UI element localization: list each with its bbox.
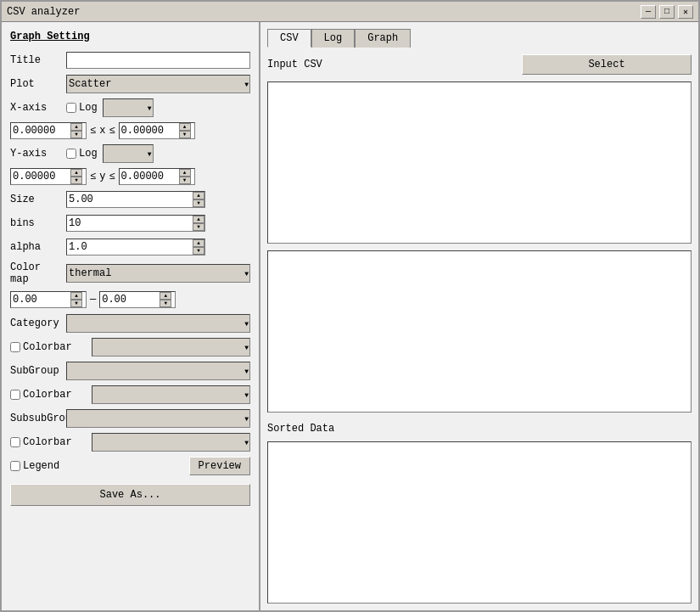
main-window: CSV analyzer — □ ✕ Graph Setting Title P… <box>0 0 700 612</box>
plot-row: Plot Scatter <box>10 75 250 93</box>
xaxis-col-select-wrapper <box>103 98 154 117</box>
alpha-down-btn[interactable]: ▼ <box>193 247 204 255</box>
colorbar3-row: Colorbar <box>10 433 250 452</box>
close-button[interactable]: ✕ <box>678 5 693 19</box>
subsubgroup-select[interactable] <box>66 409 250 428</box>
bins-down-btn[interactable]: ▼ <box>193 223 204 231</box>
colormax-up-btn[interactable]: ▲ <box>160 292 171 300</box>
colorbar3-checkbox[interactable] <box>10 437 20 447</box>
category-select[interactable] <box>66 314 250 333</box>
bins-up-btn[interactable]: ▲ <box>193 216 204 223</box>
colorbar1-label: Colorbar <box>23 341 72 353</box>
colormax-btns: ▲ ▼ <box>160 292 171 307</box>
category-label: Category <box>10 317 61 329</box>
tab-log[interactable]: Log <box>311 29 356 48</box>
xmin-up-btn[interactable]: ▲ <box>70 123 82 131</box>
ymax-up-btn[interactable]: ▲ <box>179 169 191 177</box>
title-input[interactable] <box>66 52 250 69</box>
colorbar2-checkbox-label: Colorbar <box>10 389 87 401</box>
xrange-lt2: ≤ <box>109 125 115 137</box>
colorbar2-select[interactable] <box>92 385 250 404</box>
category-row: Category <box>10 314 250 333</box>
minimize-button[interactable]: — <box>641 5 656 19</box>
subgroup-select[interactable] <box>66 362 250 380</box>
xmin-spinner: ▲ ▼ <box>10 122 87 139</box>
legend-checkbox[interactable] <box>10 461 20 471</box>
xaxis-log-checkbox-label: Log <box>66 102 98 114</box>
tab-content: Input CSV Select Sorted Data <box>267 54 692 604</box>
legend-checkbox-label: Legend <box>10 460 59 472</box>
yaxis-log-checkbox[interactable] <box>66 149 76 159</box>
ymax-down-btn[interactable]: ▼ <box>179 177 191 184</box>
subgroup-label: SubGroup <box>10 365 61 377</box>
colorbar3-select-wrapper <box>92 433 250 452</box>
colormap-label: Color map <box>10 261 61 285</box>
subsubgroup-select-wrapper <box>66 409 250 428</box>
legend-label: Legend <box>23 460 59 472</box>
preview-button[interactable]: Preview <box>189 457 250 475</box>
tab-graph[interactable]: Graph <box>355 29 411 48</box>
colormax-input[interactable] <box>100 292 160 307</box>
maximize-button[interactable]: □ <box>659 5 675 19</box>
colorbar1-checkbox[interactable] <box>10 342 20 352</box>
xaxis-log-checkbox[interactable] <box>66 103 76 113</box>
colorbar3-select[interactable] <box>92 433 250 452</box>
size-up-btn[interactable]: ▲ <box>193 192 204 199</box>
bins-input[interactable] <box>67 216 193 231</box>
xmax-spinner: ▲ ▼ <box>119 122 195 139</box>
xrange-row: ▲ ▼ ≤ x ≤ ▲ ▼ <box>10 122 250 139</box>
colorbar2-label: Colorbar <box>23 389 72 401</box>
xaxis-col-select[interactable] <box>103 98 154 117</box>
yaxis-col-select[interactable] <box>103 144 154 163</box>
subsubgroup-row: SubsubGroup <box>10 409 250 428</box>
title-row: Title <box>10 51 250 70</box>
xaxis-row: X-axis Log <box>10 98 250 117</box>
xmin-input[interactable] <box>11 123 70 138</box>
colorbar3-label: Colorbar <box>23 436 72 448</box>
title-bar: CSV analyzer — □ ✕ <box>2 2 698 22</box>
plot-select[interactable]: Scatter <box>66 75 250 93</box>
title-bar-controls: — □ ✕ <box>641 5 693 19</box>
tab-csv[interactable]: CSV <box>267 29 311 48</box>
size-row: Size ▲ ▼ <box>10 190 250 209</box>
ymin-up-btn[interactable]: ▲ <box>70 169 82 177</box>
alpha-spinner: ▲ ▼ <box>66 239 205 255</box>
yaxis-col-select-wrapper <box>103 144 154 163</box>
yrange-lt2: ≤ <box>109 171 115 182</box>
yrange-var: y <box>99 171 105 182</box>
size-input[interactable] <box>67 192 193 207</box>
plot-label: Plot <box>10 78 61 90</box>
ymin-input[interactable] <box>11 169 70 184</box>
xmax-input[interactable] <box>120 123 179 138</box>
xmax-down-btn[interactable]: ▼ <box>179 131 191 138</box>
colormin-input[interactable] <box>11 292 70 307</box>
xmax-spinner-btns: ▲ ▼ <box>179 123 191 138</box>
alpha-row: alpha ▲ ▼ <box>10 238 250 256</box>
colormin-down-btn[interactable]: ▼ <box>70 300 82 307</box>
xmax-up-btn[interactable]: ▲ <box>179 123 191 131</box>
tab-bar: CSV Log Graph <box>267 29 692 48</box>
colormin-up-btn[interactable]: ▲ <box>70 292 82 300</box>
colormap-select[interactable]: thermal <box>66 264 250 283</box>
colorbar1-select[interactable] <box>92 338 250 357</box>
xrange-var: x <box>99 125 105 137</box>
ymax-spinner: ▲ ▼ <box>119 168 195 185</box>
colorbar2-checkbox[interactable] <box>10 390 20 400</box>
select-file-button[interactable]: Select <box>522 54 692 75</box>
colormax-down-btn[interactable]: ▼ <box>160 300 171 307</box>
alpha-input[interactable] <box>67 239 193 255</box>
ymax-spinner-btns: ▲ ▼ <box>179 169 191 184</box>
colorbar2-select-wrapper <box>92 385 250 404</box>
subsubgroup-label: SubsubGroup <box>10 413 61 424</box>
ymin-down-btn[interactable]: ▼ <box>70 177 82 184</box>
size-down-btn[interactable]: ▼ <box>193 199 204 207</box>
save-as-button[interactable]: Save As... <box>10 484 250 506</box>
csv-data-display <box>267 250 692 413</box>
subgroup-row: SubGroup <box>10 362 250 380</box>
alpha-up-btn[interactable]: ▲ <box>193 239 204 247</box>
window-content: Graph Setting Title Plot Scatter X-axis <box>2 22 698 610</box>
ymin-spinner: ▲ ▼ <box>10 168 87 185</box>
xmin-down-btn[interactable]: ▼ <box>70 131 82 138</box>
ymax-input[interactable] <box>120 169 179 184</box>
input-csv-row: Input CSV Select <box>267 54 692 75</box>
